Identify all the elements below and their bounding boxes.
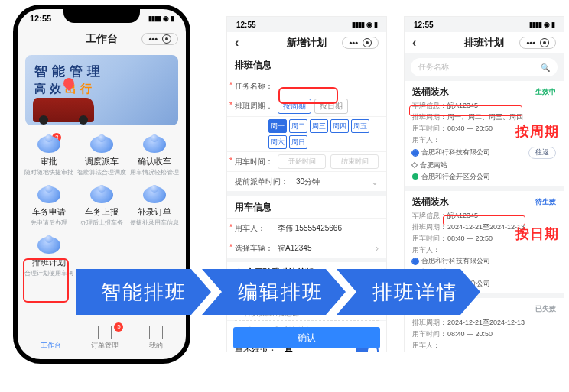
app-vehicle-apply[interactable]: 车务申请 先申请后办理 [22,182,75,232]
status-icons: ▮▮▮▮◉▮ [352,21,377,28]
grid-icon [44,326,57,339]
tab-workbench[interactable]: 工作台 [41,326,61,351]
people-icon [143,136,166,153]
start-time-input[interactable]: 开始时间 [278,154,326,169]
app-dispatch[interactable]: 调度派车 智能算法合理调度 [75,131,128,182]
grid-icon [149,326,163,339]
day-wed[interactable]: 周三 [310,119,328,133]
iphone-notch [63,9,140,23]
nav-menu[interactable]: ••• [141,33,178,45]
close-capsule-icon[interactable] [363,38,372,47]
battery-icon: ▮ [171,15,174,22]
nav-bar: ‹ 新增计划 ••• [227,32,386,53]
car-illustration [33,98,94,122]
hero-banner[interactable]: 智能管理 高效出行 [25,55,178,125]
chevron-right-icon: › [376,243,379,254]
app-order-supplement[interactable]: 补录订单 便捷补录用车信息 [128,182,181,232]
row-use-time[interactable]: 用车时间： 开始时间 结束时间 [227,151,386,171]
seg-weekly[interactable]: 按周期 [278,99,311,114]
day-sun[interactable]: 周日 [289,135,307,149]
back-icon[interactable]: ‹ [412,36,416,50]
annotation-daterange: 按日期 [515,225,559,243]
badge-count: 5 [114,322,123,332]
people-icon [143,186,166,203]
day-thu[interactable]: 周四 [330,119,349,133]
end-time-input[interactable]: 结束时间 [330,154,379,169]
row-vehicle[interactable]: 选择车辆： 皖A12345 › [227,238,386,258]
segmented-cycle[interactable]: 按周期 按日期 [278,99,348,114]
day-sat[interactable]: 周六 [268,135,287,149]
row-task-name[interactable]: 任务名称： [227,76,386,96]
annotation-weekly: 按周期 [515,122,559,141]
app-schedule-plan[interactable]: 排班计划 合理计划使用车辆 [22,232,75,283]
app-checkin[interactable]: 确认收车 用车情况轻松管理 [128,131,181,182]
page-title: 新增计划 [287,36,327,50]
day-mon[interactable]: 周一 [268,119,287,133]
close-capsule-icon[interactable] [162,34,171,44]
flow-step-2: 编辑排班 [202,269,346,315]
grid-icon [98,326,112,339]
page-title: 排班计划 [464,36,504,50]
row-lead-time[interactable]: 提前派单时间： 30分钟 ⌄ [227,171,386,191]
app-vehicle-report[interactable]: 车务上报 办理后上报车务 [75,182,128,232]
weekday-picker[interactable]: 周一 周二 周三 周四 周五 周六 周日 [268,119,379,149]
bottom-tab-bar: 工作台 5 订单管理 我的 [18,321,186,355]
callout-highlight-daterange [443,215,525,225]
people-icon [90,186,113,203]
nav-bar: ‹ 排班计划 ••• [405,32,564,53]
section-schedule-info: 排班信息 [227,53,386,76]
row-cycle: 排班周期： 按周期 按日期 [227,96,386,116]
app-approval[interactable]: 2 审批 随时随地快捷审批 [22,131,75,182]
mini-program-menu[interactable]: ••• [141,33,178,45]
banner-title-2: 高效出行 [34,82,169,96]
app-grid: 2 审批 随时随地快捷审批 调度派车 智能算法合理调度 确认收车 用车情况轻松管… [18,131,186,283]
tab-orders[interactable]: 5 订单管理 [91,326,119,351]
nav-bar: 工作台 ••• [18,28,186,50]
chevron-down-icon: ⌄ [371,177,379,187]
status-bar: 12:55 ▮▮▮▮◉▮ [405,17,564,32]
time-range-input[interactable]: 开始时间 结束时间 [278,154,379,169]
round-trip-pill[interactable]: 往返 [528,147,556,159]
status-icons: ▮▮▮▮◉▮ [148,15,174,22]
section-car-info: 用车信息 [227,191,386,218]
flow-step-3: 排班详情 [337,269,480,315]
status-time: 12:55 [30,14,51,23]
status-time: 12:55 [236,21,256,29]
people-icon [90,136,113,153]
confirm-button[interactable]: 确认 [233,327,380,348]
search-icon: 🔍 [541,63,550,72]
search-placeholder: 任务名称 [418,62,449,73]
tab-profile[interactable]: 我的 [149,326,163,351]
people-icon [37,186,60,203]
day-tue[interactable]: 周二 [289,119,307,133]
process-flow: 智能排班 编辑排班 排班详情 [76,266,551,318]
close-capsule-icon[interactable] [540,38,549,47]
callout-highlight-weekly [409,105,522,116]
more-icon: ••• [148,34,158,44]
nav-menu[interactable]: ••• [342,37,379,49]
day-fri[interactable]: 周五 [351,119,369,133]
people-icon [37,237,60,254]
status-time: 12:55 [414,21,434,29]
signal-icon: ▮▮▮▮ [148,15,161,22]
row-user[interactable]: 用车人： 李伟 15555425666 [227,218,386,238]
status-bar: 12:55 ▮▮▮▮◉▮ [227,17,386,32]
row-days: 周一 周二 周三 周四 周五 周六 周日 [227,116,386,151]
wifi-icon: ◉ [163,15,168,22]
people-icon [37,136,60,153]
seg-bydate[interactable]: 按日期 [314,99,348,114]
flow-step-1: 智能排班 [76,269,211,315]
banner-title-1: 智能管理 [34,63,169,80]
search-input[interactable]: 任务名称 🔍 [411,58,558,76]
page-title: 工作台 [86,32,118,46]
back-icon[interactable]: ‹ [235,36,239,50]
